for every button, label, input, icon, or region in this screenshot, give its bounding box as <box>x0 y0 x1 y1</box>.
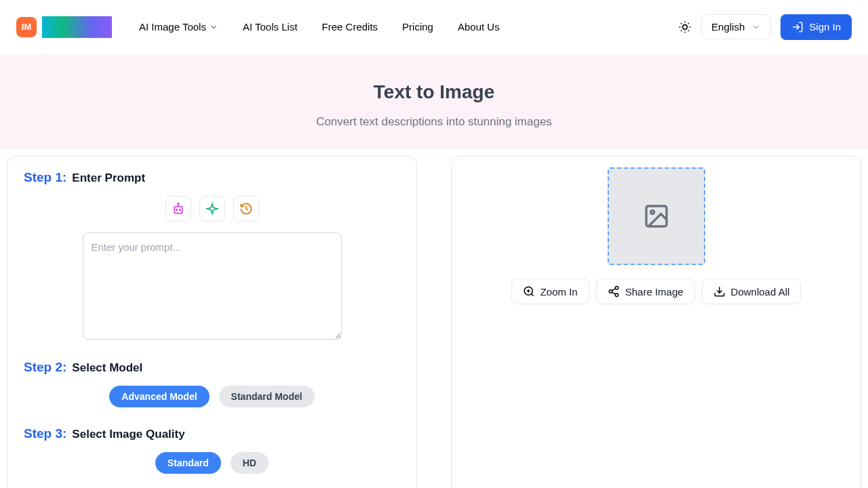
output-panel: Zoom In Share Image Download All <box>451 156 861 488</box>
nav-about-us[interactable]: About Us <box>458 21 500 33</box>
nav-ai-tools-list[interactable]: AI Tools List <box>243 21 298 33</box>
logo-gradient <box>42 16 112 38</box>
step-header: Step 2: Select Model <box>24 360 400 375</box>
page-title: Text to Image <box>0 81 868 103</box>
share-icon <box>608 285 620 298</box>
download-label: Download All <box>731 286 790 298</box>
share-button[interactable]: Share Image <box>596 279 695 304</box>
sparkle-icon <box>205 202 219 216</box>
step-header: Step 3: Select Image Quality <box>24 426 400 441</box>
login-icon <box>791 21 804 33</box>
step-label: Step 1: <box>24 170 66 185</box>
share-label: Share Image <box>625 286 684 298</box>
nav-pricing[interactable]: Pricing <box>402 21 433 33</box>
history-button[interactable] <box>233 196 259 222</box>
step-header: Step 1: Enter Prompt <box>24 170 400 185</box>
nav-label: AI Image Tools <box>139 21 206 33</box>
svg-line-25 <box>612 289 615 291</box>
chevron-down-icon <box>209 22 218 32</box>
language-select[interactable]: English <box>701 14 771 39</box>
svg-point-11 <box>176 209 177 211</box>
step-label: Step 2: <box>24 360 66 375</box>
svg-point-16 <box>650 211 654 214</box>
download-icon <box>713 285 726 298</box>
svg-point-21 <box>615 287 618 290</box>
image-placeholder <box>608 167 705 265</box>
step-title: Select Image Quality <box>72 428 184 441</box>
svg-point-12 <box>179 209 180 211</box>
header: IM AI Image Tools AI Tools List Free Cre… <box>0 0 868 54</box>
logo[interactable]: IM <box>16 16 112 38</box>
nav-label: Pricing <box>402 21 433 33</box>
zoom-label: Zoom In <box>540 286 578 298</box>
model-standard[interactable]: Standard Model <box>219 386 315 407</box>
step-3: Step 3: Select Image Quality Standard HD <box>24 426 400 474</box>
quality-options: Standard HD <box>24 452 400 474</box>
nav-label: Free Credits <box>322 21 378 33</box>
prompt-tools <box>24 196 400 222</box>
quality-hd[interactable]: HD <box>231 452 269 474</box>
enhance-button[interactable] <box>199 196 225 222</box>
step-label: Step 3: <box>24 426 66 441</box>
svg-line-3 <box>681 23 682 24</box>
svg-point-0 <box>683 24 688 29</box>
output-actions: Zoom In Share Image Download All <box>465 279 847 304</box>
step-title: Enter Prompt <box>72 171 145 185</box>
nav-label: AI Tools List <box>243 21 298 33</box>
robot-icon <box>172 202 185 216</box>
step-title: Select Model <box>72 361 142 375</box>
nav-label: About Us <box>458 21 500 33</box>
main-nav: AI Image Tools AI Tools List Free Credit… <box>139 21 500 33</box>
page-subtitle: Convert text descriptions into stunning … <box>0 115 868 129</box>
prompt-input[interactable] <box>83 232 342 340</box>
header-right: English Sign In <box>678 14 852 40</box>
content: Step 1: Enter Prompt Step 2: Select Mode… <box>0 149 868 488</box>
svg-point-23 <box>615 293 618 297</box>
hero: Text to Image Convert text descriptions … <box>0 54 868 149</box>
input-panel: Step 1: Enter Prompt Step 2: Select Mode… <box>7 156 417 488</box>
quality-standard[interactable]: Standard <box>155 452 221 474</box>
chevron-down-icon <box>751 22 761 32</box>
step-1: Step 1: Enter Prompt <box>24 170 400 340</box>
language-label: English <box>711 21 745 33</box>
model-options: Advanced Model Standard Model <box>24 386 400 407</box>
signin-label: Sign In <box>809 21 841 33</box>
svg-line-8 <box>688 23 689 24</box>
svg-line-18 <box>531 293 533 296</box>
svg-point-22 <box>609 290 612 293</box>
zoom-in-icon <box>523 285 535 298</box>
svg-point-14 <box>178 203 179 205</box>
step-2: Step 2: Select Model Advanced Model Stan… <box>24 360 400 407</box>
download-button[interactable]: Download All <box>702 279 802 304</box>
svg-line-4 <box>688 30 689 30</box>
signin-button[interactable]: Sign In <box>781 14 852 40</box>
sun-icon <box>678 20 692 34</box>
nav-free-credits[interactable]: Free Credits <box>322 21 378 33</box>
image-icon <box>643 203 670 230</box>
svg-line-24 <box>612 292 615 294</box>
nav-ai-image-tools[interactable]: AI Image Tools <box>139 21 218 33</box>
ai-assist-button[interactable] <box>165 196 191 222</box>
theme-toggle[interactable] <box>678 20 692 34</box>
svg-line-7 <box>681 30 682 30</box>
history-icon <box>239 202 253 216</box>
model-advanced[interactable]: Advanced Model <box>109 386 209 407</box>
zoom-in-button[interactable]: Zoom In <box>511 279 589 304</box>
logo-badge: IM <box>16 17 37 37</box>
